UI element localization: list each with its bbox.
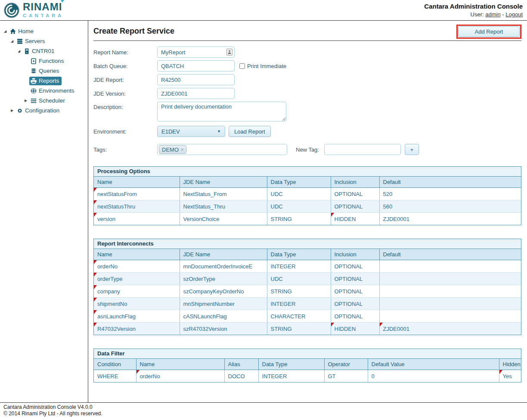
table-cell: orderNo (94, 260, 180, 273)
table-row[interactable]: orderTypeszOrderTypeUDCOPTIONAL (94, 273, 521, 285)
cell-text: cASNLaunchFlag (183, 313, 227, 320)
cell-text: nextStatusFrom (97, 191, 137, 197)
print-immediate-checkbox[interactable] (239, 63, 245, 69)
column-header-default: Default (379, 249, 521, 260)
column-header-operator: Operator (324, 359, 368, 370)
cell-text: STRING (271, 326, 292, 332)
cell-text: 560 (383, 203, 393, 210)
tree-node[interactable]: Configuration (16, 106, 62, 115)
tag-chip: DEMO × (159, 145, 186, 154)
tree-node[interactable]: Environments (29, 87, 77, 95)
table-cell: STRING (267, 323, 331, 335)
content-area: Create Report Service Add Report Report … (88, 21, 527, 402)
cell-text: INTEGER (271, 301, 296, 307)
new-tag-input[interactable] (324, 144, 401, 155)
expanded-toggle-icon[interactable]: ◢ (16, 49, 22, 53)
sidebar-item-label: Queries (39, 68, 59, 74)
table-row[interactable]: WHEREorderNoDOCOINTEGERGT0Yes (94, 370, 521, 383)
cell-text: orderNo (97, 263, 118, 270)
app-window: RINAMI CANTARA Cantara Administration Co… (0, 0, 527, 420)
report-name-row: Report Name: (93, 47, 521, 58)
collapsed-toggle-icon[interactable]: ▶ (9, 109, 16, 112)
jde-report-label: JDE Report: (93, 77, 157, 83)
cell-text: UDC (271, 276, 283, 282)
user-label: User: (471, 11, 484, 18)
sidebar-item-home[interactable]: ◢Home (0, 26, 88, 36)
cell-text: OPTIONAL (335, 191, 363, 197)
cell-text: GT (328, 373, 336, 380)
sidebar-item-environments[interactable]: Environments (0, 86, 88, 96)
column-header-default-value: Default Value (368, 359, 499, 370)
table-row[interactable]: versionVersionChoiceSTRINGHIDDENZJDE0001 (94, 213, 521, 225)
sidebar-item-functions[interactable]: Functions (0, 56, 88, 66)
table-cell: UDC (267, 188, 331, 200)
autofill-icon[interactable] (226, 49, 232, 56)
tree-node[interactable]: CNTR01 (22, 47, 57, 56)
table-cell: OPTIONAL (331, 273, 379, 285)
sidebar-item-cntr01[interactable]: ◢CNTR01 (0, 46, 88, 56)
environment-row: Environment: E1DEV ▼ Load Report (93, 126, 521, 137)
logout-link[interactable]: Logout (505, 11, 523, 18)
sidebar-item-label: Configuration (25, 107, 59, 114)
cell-text: szR47032Version (183, 326, 227, 332)
table-row[interactable]: asnLaunchFlagcASNLaunchFlagCHARACTEROPTI… (94, 310, 521, 323)
load-report-button[interactable]: Load Report (229, 126, 271, 137)
tree-node[interactable]: Reports (29, 77, 62, 85)
report-name-input[interactable] (157, 47, 235, 58)
logo-text: RINAMI CANTARA (23, 2, 64, 19)
add-report-button[interactable]: Add Report (458, 26, 520, 37)
table-cell: OPTIONAL (331, 200, 379, 213)
table-processing-options: Processing OptionsNameJDE NameData TypeI… (93, 166, 521, 225)
server-icon (23, 48, 30, 55)
tree-node[interactable]: Queries (29, 67, 62, 75)
column-header-name: Name (136, 359, 224, 370)
column-header-inclusion: Inclusion (331, 177, 379, 188)
tree-node[interactable]: Functions (29, 57, 67, 65)
sidebar-item-queries[interactable]: Queries (0, 66, 88, 76)
remove-tag-icon[interactable]: × (181, 147, 183, 152)
table-cell: nextStatusFrom (94, 188, 180, 200)
tree-node[interactable]: Servers (16, 37, 48, 46)
cell-text: Yes (503, 373, 512, 380)
table-row[interactable]: orderNomnDocumentOrderInvoiceEINTEGEROPT… (94, 260, 521, 273)
sidebar-item-label: CNTR01 (32, 48, 55, 54)
sidebar-item-scheduler[interactable]: ▶Scheduler (0, 96, 88, 106)
tree-node[interactable]: Home (9, 27, 36, 36)
cell-text: OPTIONAL (335, 313, 363, 320)
environment-select[interactable]: E1DEV ▼ (157, 126, 225, 137)
table-cell: version (94, 213, 180, 225)
collapsed-toggle-icon[interactable]: ▶ (22, 99, 29, 103)
description-textarea[interactable]: Print delivery documentation (157, 102, 286, 121)
table-cell: nextStatusThru (94, 200, 180, 213)
sidebar-item-servers[interactable]: ◢Servers (0, 36, 88, 46)
table-title: Report Interconnects (94, 239, 521, 249)
corner-marker-icon (94, 273, 97, 277)
tags-input[interactable]: DEMO × (157, 144, 287, 155)
table-row[interactable]: shipmentNomnShipmentNumberINTEGEROPTIONA… (94, 298, 521, 310)
top-header: RINAMI CANTARA Cantara Administration Co… (0, 0, 527, 21)
add-tag-button[interactable]: + (405, 144, 419, 155)
table-row[interactable]: R47032VersionszR47032VersionSTRINGHIDDEN… (94, 323, 521, 335)
table-cell: szR47032Version (180, 323, 267, 335)
footer-version: Cantara Administration Console V4.0.0 (3, 404, 524, 411)
table-row[interactable]: companyszCompanyKeyOrderNoSTRINGOPTIONAL (94, 285, 521, 298)
user-admin-link[interactable]: admin (485, 11, 500, 18)
corner-marker-icon (331, 213, 334, 217)
batch-queue-input[interactable] (157, 60, 235, 72)
cell-text: VersionChoice (183, 216, 220, 222)
expanded-toggle-icon[interactable]: ◢ (9, 39, 16, 43)
navigation-sidebar: ◢Home◢Servers◢CNTR01FunctionsQueriesRepo… (0, 21, 88, 402)
table-cell: NextStatus_From (180, 188, 267, 200)
jde-report-input[interactable] (157, 74, 235, 85)
table-cell: asnLaunchFlag (94, 310, 180, 323)
table-row[interactable]: nextStatusFromNextStatus_FromUDCOPTIONAL… (94, 188, 521, 200)
column-header-jde-name: JDE Name (180, 177, 267, 188)
tree-node[interactable]: Scheduler (29, 96, 68, 105)
sidebar-item-configuration[interactable]: ▶Configuration (0, 106, 88, 115)
table-row[interactable]: nextStatusThruNextStatus_ThruUDCOPTIONAL… (94, 200, 521, 213)
sidebar-item-reports[interactable]: Reports (0, 76, 88, 86)
expanded-toggle-icon[interactable]: ◢ (2, 29, 9, 33)
report-name-label: Report Name: (93, 49, 157, 56)
jde-version-input[interactable] (157, 88, 235, 99)
table-cell: company (94, 285, 180, 298)
